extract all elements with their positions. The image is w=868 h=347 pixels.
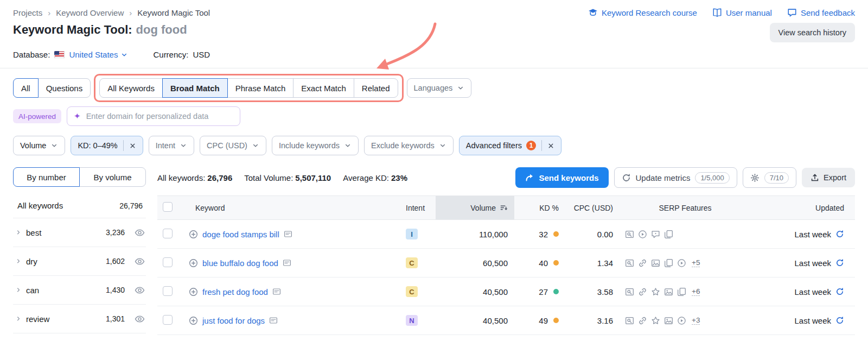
clear-kd-filter-icon[interactable] [129, 142, 136, 149]
graduation-cap-icon [588, 8, 598, 17]
tab-related[interactable]: Related [354, 78, 398, 98]
serp-more-features[interactable]: +6 [692, 287, 700, 296]
refresh-icon[interactable] [835, 258, 844, 267]
serp-preview-icon [625, 258, 634, 268]
table-header: Keyword Intent Volume KD % CPC (USD) SER… [157, 196, 855, 220]
send-keywords-button[interactable]: Send keywords [515, 167, 608, 188]
clear-advanced-filters-icon[interactable] [547, 142, 554, 149]
link-icon [638, 258, 647, 268]
serp-more-features[interactable]: +5 [692, 258, 700, 267]
us-flag-icon [54, 51, 65, 58]
breadcrumb-keyword-overview[interactable]: Keyword Overview [56, 8, 124, 17]
keyword-row: blue buffalo dog food C 60,500 40 1.34 +… [157, 249, 855, 277]
keyword-groups-sidebar: By number By volume All keywords 26,796 … [13, 167, 146, 333]
keyword-magic-tool-page: Projects › Keyword Overview › Keyword Ma… [0, 0, 868, 347]
serp-snapshot-icon[interactable] [283, 258, 291, 267]
domain-input[interactable] [85, 111, 233, 121]
faq-icon [651, 230, 660, 239]
export-button[interactable]: Export [802, 168, 855, 187]
add-keyword-icon[interactable] [189, 230, 198, 239]
send-feedback-link[interactable]: Send feedback [787, 8, 855, 17]
keyword-link[interactable]: blue buffalo dog food [202, 258, 278, 268]
header-cpc: CPC (USD) [563, 204, 617, 212]
list-icon [677, 230, 686, 239]
add-keyword-icon[interactable] [189, 316, 198, 325]
match-tabs-row: All Questions All Keywords Broad Match P… [0, 68, 868, 98]
feedback-link-label: Send feedback [801, 8, 855, 17]
serp-snapshot-icon[interactable] [269, 316, 278, 325]
refresh-icon[interactable] [835, 316, 844, 325]
sidebar-group-dry[interactable]: dry 1,602 [13, 247, 146, 276]
languages-dropdown[interactable]: Languages [407, 78, 472, 98]
exclude-keywords-dropdown[interactable]: Exclude keywords [364, 136, 454, 155]
keywords-table: Keyword Intent Volume KD % CPC (USD) SER… [157, 195, 855, 335]
eye-icon[interactable] [135, 256, 145, 267]
scope-tabs: All Questions [13, 78, 91, 98]
updated-value: Last week [794, 316, 831, 325]
eye-icon[interactable] [135, 285, 145, 295]
sidebar-group-best[interactable]: best 3,236 [13, 218, 146, 247]
keyword-row: doge food stamps bill I 110,000 32 0.00 … [157, 220, 855, 249]
include-keywords-dropdown[interactable]: Include keywords [272, 136, 359, 155]
row-checkbox[interactable] [163, 286, 173, 296]
header-volume-sort[interactable]: Volume [436, 196, 514, 219]
ai-powered-badge: AI-powered [13, 109, 61, 123]
refresh-icon[interactable] [835, 287, 844, 296]
sidebar-all-keywords[interactable]: All keywords 26,796 [13, 193, 146, 218]
serp-more-features[interactable]: +3 [692, 316, 700, 325]
chevron-right-icon [15, 258, 22, 264]
tab-by-number[interactable]: By number [13, 167, 80, 187]
intent-filter-dropdown[interactable]: Intent [149, 136, 194, 155]
sidebar-group-review[interactable]: review 1,301 [13, 305, 146, 333]
image-icon [651, 258, 660, 268]
row-checkbox[interactable] [163, 257, 173, 267]
keyword-link[interactable]: doge food stamps bill [202, 230, 279, 239]
advanced-filters-count-badge: 1 [526, 141, 536, 150]
sparkle-icon: ✦ [74, 111, 81, 121]
select-all-checkbox[interactable] [163, 202, 173, 212]
add-keyword-icon[interactable] [189, 287, 198, 296]
keyword-link[interactable]: just food for dogs [202, 316, 265, 325]
user-manual-link[interactable]: User manual [712, 8, 772, 17]
eye-icon[interactable] [135, 314, 145, 324]
update-metrics-button[interactable]: Update metrics 1/5,000 [614, 167, 737, 188]
sidebar-group-can[interactable]: can 1,430 [13, 276, 146, 305]
annotated-match-tabs: All Keywords Broad Match Phrase Match Ex… [99, 78, 398, 98]
pill-divider [541, 140, 542, 151]
kd-filter[interactable]: KD: 0–49% [71, 136, 143, 155]
tab-all-keywords[interactable]: All Keywords [99, 78, 163, 98]
keyword-link[interactable]: fresh pet dog food [202, 287, 268, 296]
volume-value: 60,500 [436, 258, 514, 268]
help-links: Keyword Research course User manual Send… [588, 8, 855, 17]
volume-filter-dropdown[interactable]: Volume [13, 136, 65, 155]
keyword-research-course-link[interactable]: Keyword Research course [588, 8, 697, 17]
match-type-tabs: All Keywords Broad Match Phrase Match Ex… [99, 78, 398, 98]
eye-icon[interactable] [135, 228, 145, 238]
star-icon [651, 287, 660, 296]
tab-phrase-match[interactable]: Phrase Match [227, 78, 294, 98]
metrics-settings-button[interactable]: 7/10 [743, 167, 796, 188]
serp-snapshot-icon[interactable] [284, 230, 292, 238]
row-checkbox[interactable] [163, 229, 173, 238]
currency-label: Currency: [153, 50, 188, 59]
add-keyword-icon[interactable] [189, 258, 198, 268]
pages-icon [664, 258, 673, 268]
breadcrumb-projects[interactable]: Projects [13, 8, 42, 17]
serp-snapshot-icon[interactable] [272, 287, 281, 296]
tab-exact-match[interactable]: Exact Match [293, 78, 354, 98]
header-kd: KD % [514, 204, 563, 212]
header-keyword: Keyword [183, 204, 406, 212]
chevron-down-icon [50, 142, 58, 149]
tab-broad-match[interactable]: Broad Match [162, 78, 228, 98]
advanced-filters-button[interactable]: Advanced filters 1 [459, 136, 561, 155]
main-content: By number By volume All keywords 26,796 … [0, 155, 868, 335]
tab-questions[interactable]: Questions [38, 78, 91, 98]
tab-all[interactable]: All [13, 78, 39, 98]
keyword-row: just food for dogs N 40,500 49 3.16 +3 L… [157, 306, 855, 335]
tab-by-volume[interactable]: By volume [79, 167, 146, 187]
refresh-icon[interactable] [835, 230, 844, 238]
cpc-filter-dropdown[interactable]: CPC (USD) [200, 136, 266, 155]
view-search-history-button[interactable]: View search history [770, 23, 855, 42]
database-dropdown[interactable]: United States [69, 50, 128, 59]
row-checkbox[interactable] [163, 315, 173, 325]
